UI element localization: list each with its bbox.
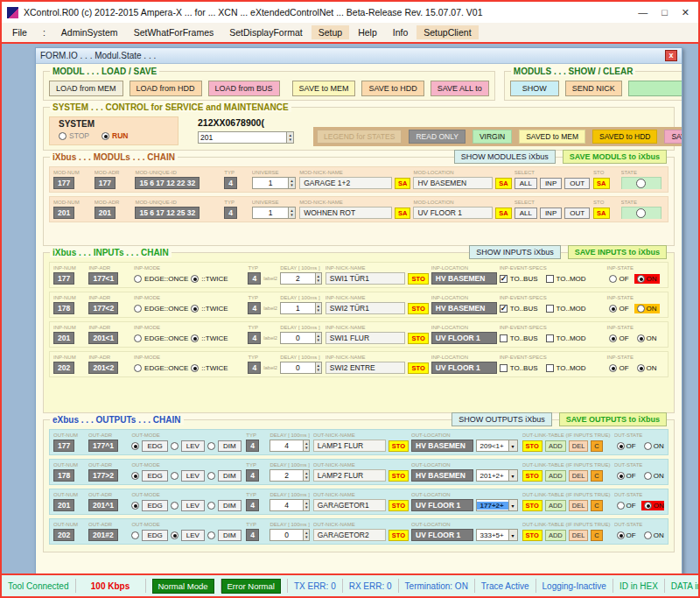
state-on-radio[interactable]: ON (634, 304, 660, 313)
link-select-dropdown[interactable]: 177+2+▾ (476, 499, 518, 511)
state-off-radio[interactable]: OF (614, 441, 639, 451)
link-c-button[interactable]: C (591, 440, 602, 452)
save-outputs-to-ixbus-button[interactable]: SAVE OUTPUTS to iXbus (559, 412, 667, 426)
mod-location-field[interactable]: HV BASEMEN (413, 177, 493, 189)
sto-button[interactable]: STO (388, 530, 409, 541)
link-sto-button[interactable]: STO (522, 500, 542, 511)
state-off-radio[interactable]: OF (614, 531, 639, 540)
mode-dim-radio[interactable] (207, 502, 215, 510)
inp-nick-name-field[interactable]: SWI1 FLUR (326, 332, 406, 344)
link-sto-button[interactable]: STO (522, 440, 542, 452)
save-to-mem-button[interactable]: SAVE to MEM (292, 81, 356, 96)
sto-sa-button[interactable]: SA (593, 178, 609, 189)
send-nick-button[interactable]: SEND NICK (565, 81, 622, 96)
save-moduls-to-ixbus-button[interactable]: SAVE MODULS to iXbus (563, 150, 667, 164)
edge-twice-radio[interactable] (191, 305, 199, 313)
state-off-radio[interactable]: OF (614, 501, 639, 510)
mode-dim-radio[interactable] (207, 472, 215, 480)
link-add-button[interactable]: ADD (545, 530, 566, 541)
select-inp-button[interactable]: INP (540, 178, 562, 189)
inp-nick-name-field[interactable]: SWI1 TÜR1 (326, 272, 406, 285)
link-del-button[interactable]: DEL (569, 530, 589, 541)
sto-button[interactable]: STO (388, 470, 409, 482)
link-del-button[interactable]: DEL (569, 500, 589, 511)
minimize-icon[interactable]: — (638, 7, 648, 18)
menu-file[interactable]: File (5, 25, 34, 39)
system-id-stepper[interactable]: 201 ▴▾ (198, 131, 294, 144)
link-sto-button[interactable]: STO (522, 470, 542, 482)
menu-set-display-format[interactable]: SetDisplayFormat (222, 25, 309, 39)
link-c-button[interactable]: C (591, 500, 602, 511)
mod-location-field[interactable]: UV FLOOR 1 (413, 207, 493, 219)
delay-stepper[interactable]: 0▴▾ (280, 362, 322, 374)
form-title-bar[interactable]: FORM.IO . . . Modul.State . . . x (36, 48, 682, 64)
mode-dim-radio[interactable] (207, 531, 215, 539)
show-outputs-ixbus-button[interactable]: SHOW OUTPUTS iXbus (452, 412, 552, 426)
mode-lev-radio[interactable] (171, 472, 178, 480)
edge-once-radio[interactable] (134, 364, 142, 372)
show-modules-ixbus-button[interactable]: SHOW MODULES iXbus (454, 150, 556, 164)
link-select-dropdown[interactable]: 201+2+▾ (476, 469, 518, 482)
edge-twice-radio[interactable] (191, 334, 199, 342)
sa-button[interactable]: SA (395, 208, 410, 219)
link-c-button[interactable]: C (591, 530, 602, 541)
select-all-button[interactable]: ALL (514, 178, 537, 189)
mode-lev-radio[interactable] (171, 442, 178, 450)
out-nick-name-field[interactable]: LAMP2 FLUR (313, 469, 386, 482)
load-from-mem-button[interactable]: LOAD from MEM (49, 81, 123, 96)
sto-button[interactable]: STO (408, 333, 428, 344)
sa-button[interactable]: SA (395, 178, 410, 189)
system-run-radio[interactable] (102, 132, 109, 140)
to-mod-checkbox[interactable] (546, 275, 554, 283)
menu-help[interactable]: Help (351, 25, 384, 39)
sto-button[interactable]: STO (408, 362, 428, 374)
state-on-radio[interactable]: ON (634, 274, 660, 284)
delay-stepper[interactable]: 4▴▾ (270, 440, 310, 452)
edge-twice-radio[interactable] (191, 364, 199, 372)
mode-edg-radio[interactable] (131, 442, 139, 450)
nick-value-field[interactable] (628, 81, 682, 96)
link-select-dropdown[interactable]: 209<1+▾ (476, 440, 518, 452)
menu-setup-client[interactable]: SetupClient (416, 25, 478, 39)
edge-once-radio[interactable] (134, 334, 142, 342)
sto-button[interactable]: STO (388, 440, 409, 452)
sto-sa-button[interactable]: SA (593, 208, 609, 219)
sa-button[interactable]: SA (495, 178, 511, 189)
to-bus-checkbox[interactable] (500, 305, 508, 313)
to-mod-checkbox[interactable] (546, 305, 554, 313)
sto-button[interactable]: STO (408, 273, 428, 285)
delay-stepper[interactable]: 0▴▾ (270, 529, 310, 541)
state-on-radio[interactable]: ON (634, 334, 660, 343)
edge-once-radio[interactable] (134, 275, 142, 283)
link-sto-button[interactable]: STO (522, 530, 542, 541)
save-all-to-button[interactable]: SAVE ALL to (430, 81, 489, 96)
select-inp-button[interactable]: INP (540, 208, 562, 219)
select-all-button[interactable]: ALL (514, 208, 537, 219)
menu-setup[interactable]: Setup (312, 25, 349, 39)
state-on-radio[interactable]: ON (641, 441, 664, 451)
state-off-radio[interactable]: OF (606, 363, 631, 373)
form-close-icon[interactable]: x (665, 50, 677, 61)
delay-stepper[interactable]: 0▴▾ (280, 332, 322, 344)
out-nick-name-field[interactable]: LAMP1 FLUR (313, 440, 386, 452)
mode-edg-radio[interactable] (131, 531, 139, 539)
link-del-button[interactable]: DEL (569, 470, 589, 482)
mod-nick-name-field[interactable]: GARAGE 1+2 (299, 177, 392, 189)
mod-nick-name-field[interactable]: WOHNEN ROT (299, 207, 392, 219)
menu-info[interactable]: Info (386, 25, 416, 39)
select-out-button[interactable]: OUT (564, 208, 590, 219)
select-out-button[interactable]: OUT (564, 178, 590, 189)
link-c-button[interactable]: C (591, 470, 602, 482)
sto-button[interactable]: STO (408, 303, 428, 314)
sto-button[interactable]: STO (388, 500, 409, 511)
show-button[interactable]: SHOW (510, 81, 559, 96)
save-to-hdd-button[interactable]: SAVE to HDD (361, 81, 424, 96)
link-add-button[interactable]: ADD (545, 440, 566, 452)
to-mod-checkbox[interactable] (546, 334, 554, 342)
delay-stepper[interactable]: 1▴▾ (280, 302, 322, 314)
state-on-radio[interactable]: ON (634, 363, 660, 373)
state-on-radio[interactable]: ON (641, 531, 664, 540)
edge-twice-radio[interactable] (191, 275, 199, 283)
menu-set-what-for-frames[interactable]: SetWhatForFrames (127, 25, 221, 39)
link-add-button[interactable]: ADD (545, 500, 566, 511)
